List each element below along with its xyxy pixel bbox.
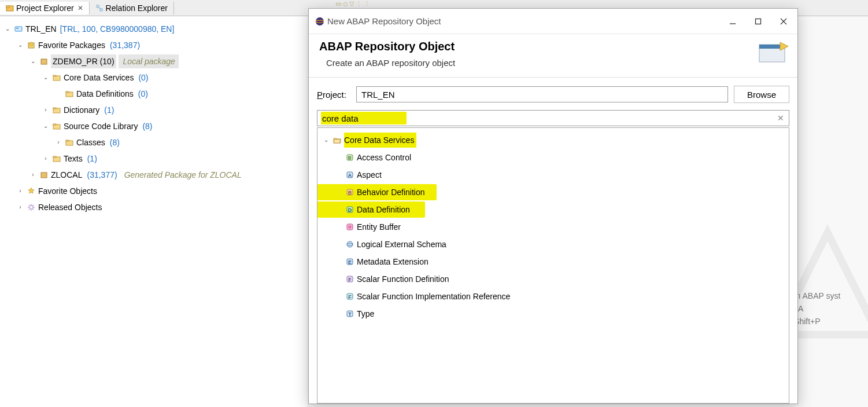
svg-line-27 [29,205,29,206]
result-item-scalar-fn-impl-ref[interactable]: F Scalar Function Implementation Referen… [317,288,789,305]
close-icon[interactable]: ✕ [77,4,83,12]
dialog-window-title: New ABAP Repository Object [327,16,720,26]
result-item-label: Entity Buffer [357,219,401,234]
tree-label: Dictionary [64,103,99,117]
object-type-tree[interactable]: ⌄ Core Data Services ⛨ Access Control A … [317,127,789,404]
chevron-down-icon[interactable]: ⌄ [42,119,50,133]
entity-buffer-icon [345,222,354,232]
tree-count: (0) [138,71,148,85]
project-label: Project: [317,90,350,100]
tree-system-node[interactable]: ⌄ TRL_EN [TRL, 100, CB9980000980, EN] [0,21,306,37]
result-item-data-definition[interactable]: D Data Definition [317,201,789,218]
new-abap-object-dialog: New ABAP Repository Object ABAP Reposito… [308,8,798,404]
browse-button[interactable]: Browse [734,86,789,103]
result-item-behavior-definition[interactable]: B Behavior Definition [317,184,789,201]
svg-text:A: A [348,173,352,178]
svg-line-30 [33,205,34,206]
tree-classes[interactable]: › Classes (8) [0,134,306,151]
hint-line: t+Shift+P [787,315,868,328]
chevron-right-icon[interactable]: › [54,135,62,149]
access-control-icon: ⛨ [345,153,354,162]
tree-desc: Generated Package for ZLOCAL [124,168,242,182]
project-row: Project: Browse [317,86,789,103]
editor-mini-toolbar: ▭ ◇ ▽ ⋮ ⋮ [335,0,370,7]
result-item-label: Type [357,306,374,321]
result-item-scalar-fn-def[interactable]: F Scalar Function Definition [317,270,789,288]
chevron-down-icon[interactable]: ⌄ [3,22,12,36]
chevron-right-icon[interactable]: › [16,184,24,198]
package-fav-icon [27,41,36,50]
svg-rect-21 [41,173,47,178]
tree-released-objects[interactable]: › Released Objects [0,199,306,215]
clear-filter-icon[interactable]: ✕ [777,113,784,123]
system-icon [14,24,23,34]
folder-icon [52,122,61,131]
tree-source-code-library[interactable]: ⌄ Source Code Library (8) [0,118,306,134]
chevron-right-icon[interactable]: › [29,168,37,182]
result-item-access-control[interactable]: ⛨ Access Control [317,149,789,166]
result-item-label: Logical External Schema [357,237,446,252]
chevron-down-icon[interactable]: ⌄ [16,38,24,52]
filter-input-wrapper: ✕ [317,110,789,126]
tree-fav-objects[interactable]: › Favorite Objects [0,183,306,199]
filter-input[interactable] [322,113,777,123]
tree-count: (1) [87,152,97,166]
dialog-title: ABAP Repository Object [319,40,787,53]
svg-text:B: B [348,190,352,196]
close-button[interactable] [771,11,796,32]
scalar-fn-impl-icon: F [345,292,354,301]
tree-count: (0) [138,87,148,101]
tree-zlocal[interactable]: › ZLOCAL (31,377) Generated Package for … [0,167,306,183]
tree-desc: Local package [119,54,179,68]
minimize-button[interactable] [720,11,745,32]
tree-data-def[interactable]: Data Definitions (0) [0,86,306,102]
tree-cds[interactable]: ⌄ Core Data Services (0) [0,69,306,86]
svg-rect-18 [66,140,69,141]
result-item-label: Access Control [357,150,411,165]
tree-label: ZLOCAL [51,168,82,182]
background-hints: t an ABAP syst ift+A t+Shift+P [787,289,868,328]
tab-project-explorer[interactable]: Project Explorer ✕ [0,2,90,14]
metadata-ext-icon: E [345,257,354,266]
folder-icon [65,138,74,147]
svg-text:F: F [348,277,352,283]
package-icon [39,170,49,179]
chevron-down-icon[interactable]: ⌄ [29,54,37,68]
result-category[interactable]: ⌄ Core Data Services [317,131,789,149]
chevron-down-icon[interactable]: ⌄ [42,71,50,85]
tree-label: Favorite Packages [38,38,105,52]
tree-texts[interactable]: › Texts (1) [0,151,306,167]
chevron-down-icon[interactable]: ⌄ [322,133,330,148]
folder-icon [52,73,61,82]
dialog-subtitle: Create an ABAP repository object [326,58,787,68]
result-item-entity-buffer[interactable]: Entity Buffer [317,218,789,236]
project-input[interactable] [356,86,728,102]
result-item-metadata-ext[interactable]: E Metadata Extension [317,253,789,270]
result-item-type[interactable]: T Type [317,305,789,322]
tree-zdemo[interactable]: ⌄ ZDEMO_PR (10) Local package [0,53,306,69]
result-item-aspect[interactable]: A Aspect [317,166,789,184]
schema-icon [345,240,354,249]
result-item-logical-ext-schema[interactable]: Logical External Schema [317,236,789,253]
tree-fav-packages[interactable]: ⌄ Favorite Packages (31,387) [0,37,306,53]
package-icon [39,57,49,66]
tree-count: (8) [142,119,152,133]
eclipse-icon [315,17,324,26]
tree-label: Data Definitions [76,87,134,101]
tree-dictionary[interactable]: › Dictionary (1) [0,102,306,118]
maximize-button[interactable] [745,11,771,32]
behavior-def-icon: B [345,188,354,197]
chevron-right-icon[interactable]: › [16,200,24,214]
tab-relation-explorer[interactable]: Relation Explorer [90,2,174,14]
result-item-label: Data Definition [357,202,410,217]
scalar-fn-icon: F [345,274,354,284]
tree-label: Favorite Objects [38,184,97,198]
svg-line-28 [33,209,34,210]
folder-icon [52,105,61,115]
dialog-titlebar[interactable]: New ABAP Repository Object [309,9,797,34]
chevron-right-icon[interactable]: › [42,103,50,117]
star-icon [27,186,36,196]
svg-rect-5 [15,27,22,31]
gear-icon [27,203,36,212]
chevron-right-icon[interactable]: › [42,152,50,166]
